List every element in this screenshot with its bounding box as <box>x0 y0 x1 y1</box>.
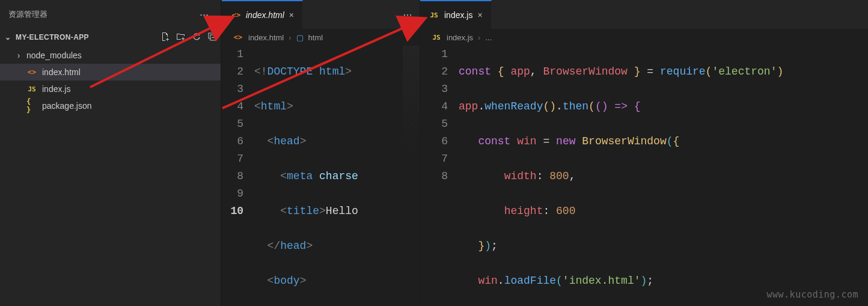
tab-index-html[interactable]: <> index.html × <box>222 0 303 29</box>
breadcrumb-file: index.js <box>447 33 473 42</box>
horizontal-scrollbar[interactable] <box>222 299 420 306</box>
close-icon[interactable]: × <box>477 10 482 20</box>
js-file-icon: JS <box>26 84 37 94</box>
project-name: MY-ELECTRON-APP <box>16 33 157 41</box>
close-icon[interactable]: × <box>289 10 294 20</box>
js-file-icon: JS <box>429 10 439 20</box>
editor-pane-left: <> index.html × ··· <> index.html › ▢ ht… <box>221 0 420 306</box>
tab-more-icon[interactable]: ··· <box>396 0 420 29</box>
code-lines: const { app, BrowserWindow } = require('… <box>459 46 783 306</box>
refresh-icon[interactable] <box>192 32 201 43</box>
chevron-right-icon: › <box>16 50 22 60</box>
code-area-right[interactable]: 1234 5678 const { app, BrowserWindow } =… <box>420 46 868 306</box>
line-gutter: 12345 678910 <box>222 46 254 306</box>
explorer-more-icon[interactable]: ··· <box>196 8 212 21</box>
folder-label: node_modules <box>26 50 82 60</box>
file-tree: › node_modules <> index.html JS index.js… <box>0 46 221 115</box>
html-file-icon: <> <box>233 32 243 43</box>
watermark: www.kucoding.com <box>767 289 859 300</box>
editor-pane-right: JS index.js × JS index.js › ... 1234 567… <box>420 0 868 306</box>
breadcrumb-symbol: html <box>308 33 323 42</box>
tree-file-package-json[interactable]: { } package.json <box>0 97 221 114</box>
collapse-all-icon[interactable] <box>207 32 217 43</box>
breadcrumb-file: index.html <box>248 33 284 42</box>
file-label: package.json <box>42 101 92 111</box>
explorer-title: 资源管理器 <box>8 9 47 20</box>
tree-folder-node-modules[interactable]: › node_modules <box>0 47 221 64</box>
chevron-down-icon: ⌄ <box>4 33 12 41</box>
file-label: index.html <box>42 67 81 77</box>
tabbar-left: <> index.html × ··· <box>222 0 420 29</box>
breadcrumb-separator-icon: › <box>478 33 480 42</box>
json-file-icon: { } <box>26 100 37 111</box>
symbol-icon: ▢ <box>296 33 304 42</box>
tab-label: index.js <box>444 10 472 20</box>
breadcrumb-separator-icon: › <box>289 33 291 42</box>
tab-label: index.html <box>246 10 284 20</box>
tabbar-right: JS index.js × <box>420 0 868 29</box>
line-gutter: 1234 5678 <box>420 46 459 306</box>
explorer-panel: 资源管理器 ··· ⌄ MY-ELECTRON-APP › node_modul… <box>0 0 221 306</box>
code-area-left[interactable]: 12345 678910 <!DOCTYPE html> <html> <hea… <box>222 46 420 306</box>
breadcrumb-symbol: ... <box>485 33 492 42</box>
breadcrumb-right[interactable]: JS index.js › ... <box>420 29 868 46</box>
file-label: index.js <box>42 84 70 94</box>
minimap[interactable] <box>403 46 420 306</box>
js-file-icon: JS <box>431 32 442 43</box>
tree-file-index-html[interactable]: <> index.html <box>0 64 221 81</box>
code-lines: <!DOCTYPE html> <html> <head> <meta char… <box>254 46 358 306</box>
new-file-icon[interactable] <box>160 32 170 43</box>
breadcrumb-left[interactable]: <> index.html › ▢ html <box>222 29 420 46</box>
new-folder-icon[interactable] <box>176 32 186 43</box>
html-file-icon: <> <box>26 67 37 78</box>
tree-file-index-js[interactable]: JS index.js <box>0 81 221 97</box>
project-row[interactable]: ⌄ MY-ELECTRON-APP <box>0 29 221 46</box>
explorer-header: 资源管理器 ··· <box>0 0 221 29</box>
tab-index-js[interactable]: JS index.js × <box>420 0 492 29</box>
html-file-icon: <> <box>230 10 241 20</box>
